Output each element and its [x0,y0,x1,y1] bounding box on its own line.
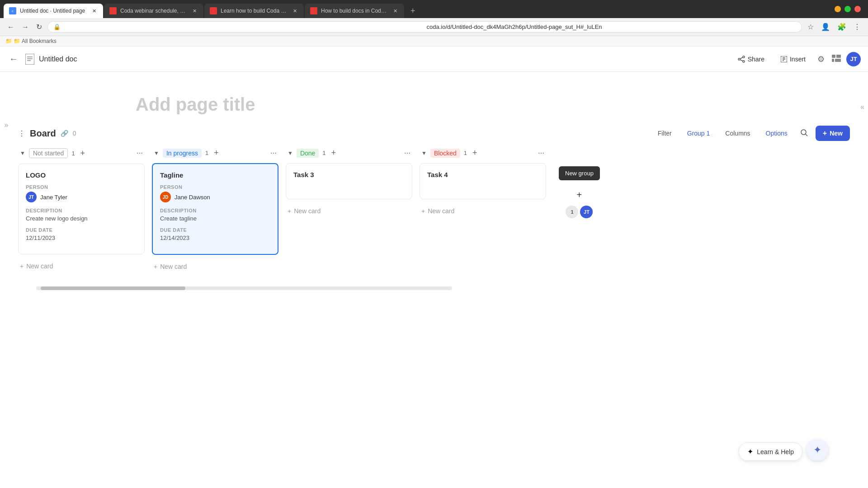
maximize-button[interactable] [844,6,851,12]
new-tab-button[interactable]: + [407,5,419,18]
card-logo-person-label: PERSON [26,184,137,190]
svg-rect-15 [832,55,835,58]
page-title-area[interactable]: Add page title [0,72,868,126]
col-in-progress-new-card-button[interactable]: + New card [152,259,278,274]
card-task4-title: Task 4 [427,171,538,178]
group-button[interactable]: Group 1 [682,127,716,140]
new-group-button-area: + 1 JT [566,188,593,218]
svg-point-8 [738,58,740,60]
card-logo-date-label: DUE DATE [26,227,137,233]
board-section: ⋮ Board 🔗 0 Filter Group 1 Columns Optio… [0,126,868,290]
right-panel-toggle-button[interactable]: « [857,99,868,115]
all-bookmarks[interactable]: 📁 📁 All Bookmarks [5,38,57,44]
col-done-new-card-button[interactable]: + New card [286,204,412,218]
col-not-started-new-card-button[interactable]: + New card [18,259,145,273]
card-tagline-desc-label: DESCRIPTION [160,208,270,213]
app-back-button[interactable]: ← [7,52,20,66]
card-logo-date-field: DUE DATE 12/11/2023 [26,227,137,241]
col-done-add-button[interactable]: + [330,148,338,158]
col-blocked-filter-icon[interactable]: ▼ [421,150,427,156]
profile-button[interactable]: 👤 [819,21,832,33]
columns-button[interactable]: Columns [720,127,755,140]
tab-3-close[interactable]: ✕ [291,7,298,14]
tab-1[interactable]: c Untitled doc · Untitled page ✕ [4,4,103,18]
col-done-label: Done [297,149,319,158]
card-logo-due-date: 12/11/2023 [26,235,137,241]
tab-4[interactable]: How to build docs in Coda, cre... ✕ [305,4,404,18]
view-toggle-button[interactable] [830,53,843,65]
minimize-button[interactable] [835,6,841,12]
card-tagline-person-label: PERSON [160,184,270,190]
tab-3[interactable]: Learn how to build Coda docs... ✕ [204,4,304,18]
col-in-progress-add-button[interactable]: + [212,148,221,158]
filter-button[interactable]: Filter [652,127,677,140]
col-done-filter-icon[interactable]: ▼ [288,150,293,156]
extensions-button[interactable]: 🧩 [835,21,848,33]
address-bar[interactable]: 🔒 coda.io/d/Untitled-doc_dk4MaGh2h6p/Unt… [47,21,802,33]
options-button[interactable]: Options [760,127,793,140]
new-plus-icon: + [823,129,827,137]
header-actions: Share Insert ⚙ JT [731,52,861,66]
card-logo[interactable]: LOGO PERSON JT Jane Tyler DESCRIPTION Cr… [18,164,145,254]
fab-button[interactable]: ✦ [807,439,828,461]
forward-button[interactable]: → [20,21,31,33]
tab-4-close[interactable]: ✕ [392,7,399,14]
col-in-progress-header: ▼ In progress 1 + ⋯ [152,148,278,158]
settings-button[interactable]: ⚙ [816,52,826,66]
back-button[interactable]: ← [5,21,16,33]
card-logo-person-avatar: JT [26,192,37,202]
bookmark-button[interactable]: ☆ [806,21,816,33]
svg-point-19 [801,130,806,135]
col-not-started-filter-icon[interactable]: ▼ [20,150,25,156]
col-not-started-menu-button[interactable]: ⋯ [137,150,143,157]
tab-1-close[interactable]: ✕ [90,7,98,14]
col-blocked-header: ▼ Blocked 1 + ⋯ [420,148,546,158]
sidebar-toggle-button[interactable]: » [0,117,13,133]
board-menu-button[interactable]: ⋮ [18,129,25,138]
new-card-plus-icon: + [20,263,24,270]
tab-2-title: Coda webinar schedule, regist... [120,8,187,14]
tab-2[interactable]: Coda webinar schedule, regist... ✕ [104,4,203,18]
svg-rect-2 [25,54,34,65]
address-text: coda.io/d/Untitled-doc_dk4MaGh2h6p/Untit… [427,23,797,30]
scrollbar-thumb[interactable] [41,286,185,290]
card-tagline-description: Create tagline [160,215,270,222]
menu-button[interactable]: ⋮ [852,21,863,33]
col-not-started-label: Not started [29,148,68,158]
reload-button[interactable]: ↻ [34,21,44,33]
page-title-placeholder[interactable]: Add page title [136,94,255,114]
col-blocked-menu-button[interactable]: ⋯ [538,150,544,157]
search-button[interactable] [797,126,811,141]
main-content: Add page title ⋮ Board 🔗 0 Filter Group … [0,72,868,294]
learn-help-star-icon: ✦ [747,447,753,456]
col-not-started-header: ▼ Not started 1 + ⋯ [18,148,145,158]
badge-count: 1 [566,206,578,218]
new-group-button[interactable]: + [572,188,586,202]
column-not-started: ▼ Not started 1 + ⋯ LOGO PERSON JT Jane … [18,148,145,274]
learn-help-button[interactable]: ✦ Learn & Help [739,442,802,461]
share-button[interactable]: Share [731,53,771,66]
close-button[interactable] [854,6,861,12]
col-in-progress-menu-button[interactable]: ⋯ [270,150,277,157]
col-not-started-add-button[interactable]: + [79,149,87,158]
insert-button[interactable]: Insert [774,53,812,66]
tab-2-favicon [109,7,117,14]
doc-icon [24,53,36,66]
card-task3[interactable]: Task 3 [286,163,412,199]
new-button[interactable]: + New [816,126,850,141]
col-blocked-new-card-button[interactable]: + New card [420,204,546,218]
horizontal-scrollbar[interactable] [36,286,452,290]
tab-2-close[interactable]: ✕ [191,7,198,14]
card-tagline-person-name: Jane Dawson [175,194,210,201]
card-task4[interactable]: Task 4 [420,163,546,199]
col-blocked-add-button[interactable]: + [471,148,479,158]
col-done-menu-button[interactable]: ⋯ [404,150,410,157]
card-tagline[interactable]: Tagline PERSON JD Jane Dawson DESCRIPTIO… [152,163,278,255]
kanban-board: ▼ Not started 1 + ⋯ LOGO PERSON JT Jane … [18,148,850,283]
svg-text:c: c [12,9,14,13]
user-avatar[interactable]: JT [846,52,861,66]
board-header: ⋮ Board 🔗 0 Filter Group 1 Columns Optio… [18,126,850,141]
card-tagline-due-date: 12/14/2023 [160,235,270,241]
card-logo-description: Create new logo design [26,215,137,222]
col-in-progress-filter-icon[interactable]: ▼ [154,150,159,156]
